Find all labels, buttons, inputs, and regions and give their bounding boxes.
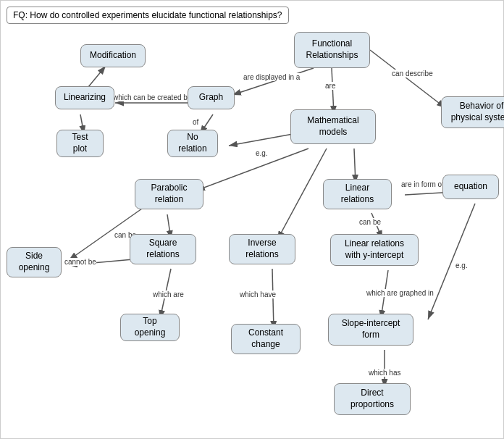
label-which-can-be: which can be created by	[113, 93, 191, 101]
arrow-fr-graph	[232, 68, 314, 95]
node-slope-intercept: Slope-interceptform	[328, 314, 413, 346]
label-which-have: which have	[240, 290, 276, 298]
label-are: are	[325, 82, 335, 90]
canvas: FQ: How do controlled experiments elucid…	[0, 0, 504, 439]
node-test-plot: Testplot	[56, 130, 104, 157]
node-modification: Modification	[80, 44, 146, 67]
label-of: of	[193, 118, 198, 126]
label-which-are-graphed: which are graphed in	[366, 289, 434, 297]
node-behavior: Behavior ofphysical system	[441, 96, 504, 128]
label-are-displayed: are displayed in a	[243, 73, 300, 81]
node-constant-change: Constantchange	[231, 324, 301, 354]
label-cannot-be: cannot be	[64, 258, 96, 266]
fq-box: FQ: How do controlled experiments elucid…	[7, 7, 289, 24]
label-can-be2: can be	[359, 218, 381, 226]
label-eg2: e.g.	[455, 262, 468, 269]
arrow-inverse-constant	[272, 269, 274, 330]
node-linearizing: Linearizing	[55, 86, 114, 109]
node-linear-relations: Linearrelations	[323, 179, 392, 209]
node-linear-with-intercept: Linear relationswith y-intercept	[330, 234, 419, 266]
node-inverse-relations: Inverserelations	[229, 234, 295, 264]
fq-text: FQ: How do controlled experiments elucid…	[13, 10, 282, 20]
node-no-relation: Norelation	[167, 130, 218, 157]
node-mathematical-models: Mathematicalmodels	[290, 109, 376, 144]
node-direct-proportions: Directproportions	[334, 383, 411, 415]
node-square-relations: Squarerelations	[130, 234, 196, 264]
arrow-fr-behavior	[370, 50, 445, 108]
node-graph: Graph	[188, 86, 235, 109]
arrow-fr-math	[332, 68, 334, 114]
arrow-equation-slope	[428, 204, 475, 319]
label-are-in-form: are in form of	[401, 180, 444, 188]
label-eg: e.g.	[256, 149, 268, 157]
label-which-has: which has	[369, 369, 400, 377]
node-side-opening: Sideopening	[7, 247, 62, 277]
node-parabolic-relation: Parabolicrelation	[135, 179, 203, 209]
arrows-svg	[1, 1, 504, 439]
arrow-math-inverse	[277, 149, 327, 240]
label-which-are: which are	[153, 290, 184, 298]
arrow-math-linear	[354, 149, 356, 183]
node-equation: equation	[442, 175, 499, 199]
node-functional-relationships: FunctionalRelationships	[294, 32, 370, 68]
node-top-opening: Topopening	[120, 314, 180, 341]
label-can-describe: can describe	[392, 70, 433, 78]
